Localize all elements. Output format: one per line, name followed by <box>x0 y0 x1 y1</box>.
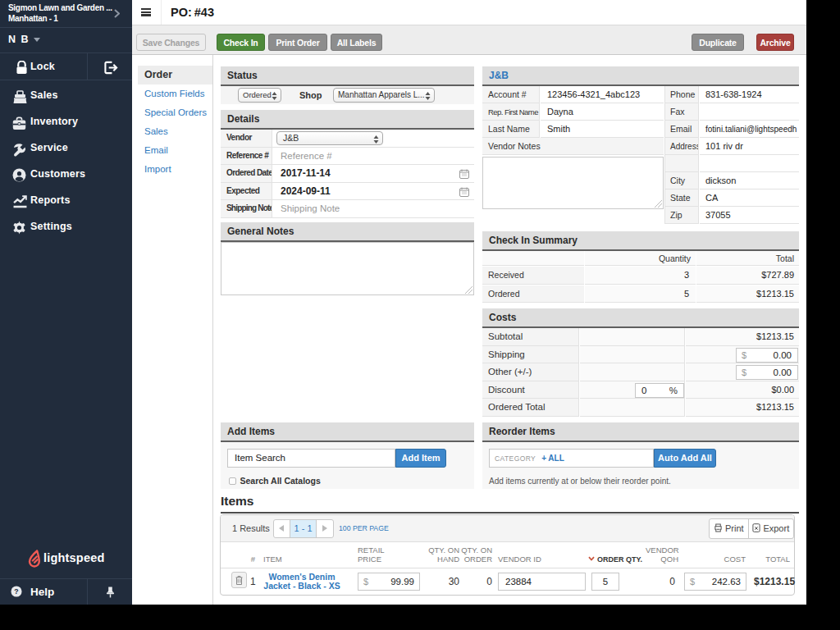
svg-text:?: ? <box>14 587 18 596</box>
